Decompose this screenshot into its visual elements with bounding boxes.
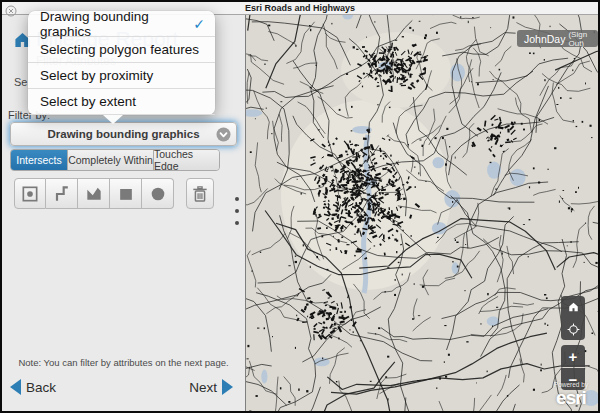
popover-arrow	[103, 115, 123, 124]
polyline-icon	[52, 184, 72, 204]
esri-logo: esri	[546, 388, 596, 407]
map-canvas[interactable]: JohnDay (Sign Out) +	[245, 15, 598, 411]
checkmark-icon: ✓	[193, 16, 205, 32]
powered-by-label: Powered by	[546, 381, 596, 388]
menu-item-select-by-proximity[interactable]: Select by proximity	[28, 63, 215, 89]
rectangle-icon	[116, 184, 136, 204]
next-button[interactable]: Next	[189, 379, 233, 395]
back-button[interactable]: Back	[10, 379, 56, 395]
chevron-left-icon	[10, 379, 21, 395]
polygon-icon	[84, 184, 104, 204]
trash-icon	[190, 184, 210, 204]
draw-circle-button[interactable]	[142, 178, 174, 209]
plus-icon: +	[569, 349, 578, 364]
draw-tool-group	[14, 178, 174, 209]
sign-out-label: (Sign Out)	[568, 30, 591, 48]
draw-point-button[interactable]	[14, 178, 46, 209]
selection-method-menu: Drawing bounding graphics ✓ Selecting po…	[28, 11, 215, 115]
selection-method-value: Drawing bounding graphics	[47, 128, 199, 140]
basemap-roads	[246, 15, 598, 411]
chevron-right-icon	[222, 379, 233, 395]
map-controls: + −	[561, 296, 585, 390]
point-icon	[20, 184, 40, 204]
menu-item-select-by-extent[interactable]: Select by extent	[28, 89, 215, 115]
zoom-in-button[interactable]: +	[561, 345, 585, 367]
note-text: Note: You can filter by attributes on th…	[2, 357, 245, 368]
draw-polyline-button[interactable]	[46, 178, 78, 209]
tab-touches-edge[interactable]: Touches Edge	[154, 150, 219, 170]
chevron-down-icon	[216, 127, 231, 142]
home-icon	[567, 301, 580, 313]
tab-completely-within[interactable]: Completely Within	[68, 150, 154, 170]
draw-polygon-button[interactable]	[78, 178, 110, 209]
menu-item-selecting-polygon-features[interactable]: Selecting polygon features	[28, 37, 215, 63]
circle-icon	[148, 184, 168, 204]
close-icon[interactable]	[5, 3, 17, 15]
next-label: Next	[189, 380, 217, 395]
locate-icon	[566, 322, 581, 337]
draw-rectangle-button[interactable]	[110, 178, 142, 209]
map-home-button[interactable]	[561, 296, 585, 318]
panel-resize-handle[interactable]	[235, 197, 241, 225]
selection-method-dropdown[interactable]: Drawing bounding graphics	[10, 122, 237, 146]
username: JohnDay	[524, 33, 565, 45]
clear-graphics-button[interactable]	[186, 178, 214, 209]
locate-button[interactable]	[561, 318, 585, 340]
app-window: Esri Roads and Highways Mileage Report F…	[0, 0, 600, 413]
back-label: Back	[26, 380, 56, 395]
selection-label-fragment: Se	[14, 76, 27, 88]
tab-intersects[interactable]: Intersects	[11, 150, 68, 170]
spatial-filter-tabs: Intersects Completely Within Touches Edg…	[10, 149, 220, 171]
esri-attribution: Powered by esri	[546, 381, 596, 407]
menu-item-drawing-bounding-graphics[interactable]: Drawing bounding graphics ✓	[28, 11, 215, 37]
user-sign-out-button[interactable]: JohnDay (Sign Out)	[517, 30, 598, 47]
